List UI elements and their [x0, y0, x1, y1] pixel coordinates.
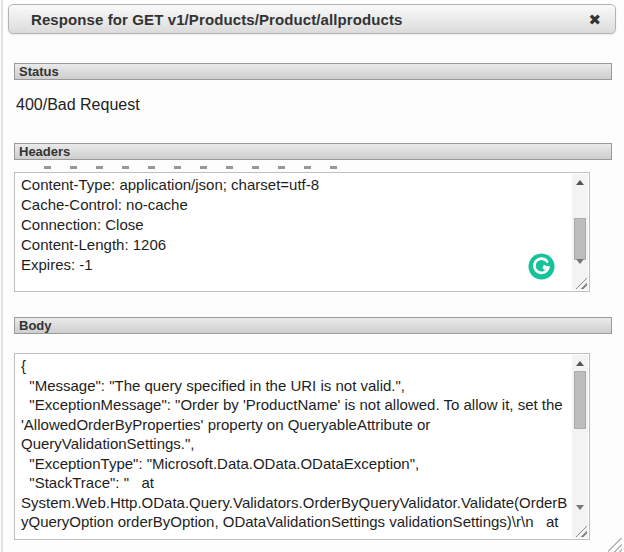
headers-text[interactable]: Content-Type: application/json; charset=… [15, 173, 572, 291]
dialog-left-border [1, 0, 3, 552]
scroll-down-icon[interactable] [576, 505, 584, 510]
status-section-header: Status [14, 63, 612, 80]
headers-scrollbar[interactable] [572, 174, 588, 290]
clipped-text-fragment [44, 166, 354, 169]
scroll-up-icon[interactable] [576, 361, 584, 366]
dialog-resize-grip[interactable] [608, 538, 622, 552]
textarea-resize-grip[interactable] [576, 278, 587, 289]
close-icon[interactable]: ✖ [588, 10, 601, 30]
headers-section-label: Headers [15, 144, 70, 159]
body-textarea[interactable]: { "Message": "The query specified in the… [14, 353, 590, 540]
body-section-label: Body [15, 318, 52, 333]
scrollbar-thumb[interactable] [574, 371, 586, 429]
scroll-up-icon[interactable] [576, 180, 584, 185]
scrollbar-thumb[interactable] [574, 218, 586, 260]
scroll-down-icon[interactable] [576, 259, 584, 264]
headers-textarea[interactable]: Content-Type: application/json; charset=… [14, 172, 590, 292]
status-value: 400/Bad Request [16, 96, 140, 114]
response-dialog: Response for GET v1/Products/Product/all… [0, 0, 624, 552]
textarea-resize-grip[interactable] [576, 526, 587, 537]
status-section-label: Status [15, 64, 59, 79]
body-text[interactable]: { "Message": "The query specified in the… [15, 354, 572, 539]
grammarly-icon[interactable] [528, 253, 555, 280]
body-scrollbar[interactable] [572, 355, 588, 538]
body-section-header: Body [14, 317, 612, 334]
dialog-title: Response for GET v1/Products/Product/all… [9, 11, 403, 28]
dialog-titlebar[interactable]: Response for GET v1/Products/Product/all… [8, 4, 616, 34]
headers-section-header: Headers [14, 143, 612, 160]
